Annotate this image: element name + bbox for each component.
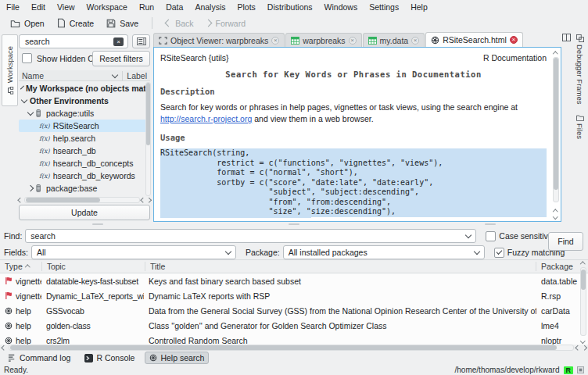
scroll-right-icon[interactable] [146,198,151,202]
close-tab-icon[interactable]: × [349,37,357,45]
menu-view[interactable]: View [57,2,75,12]
menu-distributions[interactable]: Distributions [267,2,313,12]
r-engine-badge[interactable]: R [564,366,574,374]
label-column-header[interactable]: Label [122,71,147,80]
tree-item-hsearch-db-keywords[interactable]: f(x) hsearch_db_keywords [19,170,150,182]
package-combobox-value: All installed packages [289,248,368,257]
files-tool-tab[interactable]: Files [573,114,586,139]
scroll-left-icon[interactable] [575,345,580,350]
scroll-down-icon[interactable] [553,214,558,219]
scroll-left-icon[interactable] [2,345,6,350]
tree-horizontal-scrollbar[interactable] [19,197,150,203]
column-config-button[interactable] [132,34,150,48]
scroll-down-icon[interactable] [580,338,585,343]
workspace-search-input[interactable] [23,36,105,47]
save-button[interactable]: Save [101,16,144,30]
result-row[interactable]: help golden-class Class ''golden'' and G… [0,318,588,333]
collapse-icon[interactable] [27,109,34,116]
split-view-button[interactable] [562,34,571,41]
close-tab-icon[interactable]: × [411,37,419,45]
tree-vertical-scrollbar-thumb[interactable] [146,83,150,145]
tree-item-package-utils[interactable]: package:utils [19,107,150,120]
result-row[interactable]: help GSSvocab Data from the General Soci… [0,303,588,318]
tree-item-hsearch-db[interactable]: f(x) hsearch_db [19,145,150,157]
tree-item-help-search[interactable]: f(x) help.search [19,132,150,145]
fuzzy-matching-checkbox[interactable] [494,248,504,258]
update-button[interactable]: Update [19,205,150,220]
type-column-header[interactable]: Type [0,262,41,271]
result-row[interactable]: vignette Dynamic_LaTeX_reports_with_RSP … [0,288,588,303]
create-button[interactable]: Create [52,16,100,30]
forward-button[interactable]: Forward [200,16,251,30]
scroll-left-icon[interactable] [18,198,23,202]
results-scrollbar-thumb[interactable] [581,270,586,290]
results-horizontal-scrollbar[interactable] [2,345,586,351]
tree-item-rsitesearch[interactable]: f(x) RSiteSearch [19,120,150,132]
scroll-up-icon[interactable] [580,262,585,266]
menu-run[interactable]: Run [139,2,154,12]
results-horizontal-scrollbar-thumb[interactable] [10,345,558,350]
name-column-header[interactable]: Name [22,71,44,80]
tab-my-data[interactable]: my.data × [363,33,425,47]
collapse-icon[interactable] [21,97,27,103]
r-console-tab[interactable]: R Console [81,352,138,363]
tree-item-hsearch-db-concepts[interactable]: f(x) hsearch_db_concepts [19,157,150,170]
menu-workspace[interactable]: Workspace [87,2,127,12]
scroll-left-icon[interactable] [141,198,145,202]
files-folder-icon [576,114,584,121]
search-r-project-link[interactable]: http://search.r-project.org [160,114,252,123]
find-combobox[interactable]: search [25,229,476,243]
workspace-tool-tab[interactable]: Workspace [2,34,18,106]
show-hidden-checkbox[interactable] [22,53,32,63]
debugger-frames-tool-tab[interactable]: Debugger Frames [573,34,586,105]
open-button[interactable]: Open [5,16,50,30]
tree-item-other-environments[interactable]: Other Environments [19,95,150,107]
back-button[interactable]: Back [160,16,199,30]
expand-icon[interactable] [27,185,34,191]
topic-column-header[interactable]: Topic [42,262,145,271]
result-row[interactable]: vignette datatable-keys-fast-subset Keys… [0,273,588,288]
scroll-up-icon[interactable] [553,52,558,56]
tab-warpbreaks[interactable]: warpbreaks × [285,33,361,47]
horizontal-splitter[interactable] [0,222,588,227]
folder-icon [10,19,20,28]
menu-windows[interactable]: Windows [324,2,358,12]
tree-vertical-scrollbar[interactable] [145,82,151,196]
usage-code-block[interactable]: RSiteSearch(string, restrict = c("functi… [160,148,547,218]
sort-dropdown-icon[interactable] [112,71,118,77]
doc-scrollbar-thumb[interactable] [554,58,558,190]
menu-plots[interactable]: Plots [237,2,255,12]
menu-analysis[interactable]: Analysis [195,2,225,12]
clear-search-icon[interactable]: × [113,38,124,46]
tab-object-viewer-warpbreaks[interactable]: Object Viewer: warpbreaks × [153,33,285,47]
tree-item-my-workspace[interactable]: My Workspace (no objects matching filter… [19,82,150,95]
menu-file[interactable]: File [6,2,20,12]
close-tab-icon[interactable]: × [271,37,279,45]
find-button[interactable]: Find [548,232,583,251]
close-tab-icon[interactable]: × [510,36,518,44]
tab-rsitesearch-html[interactable]: RSiteSearch.html × [425,32,523,47]
menu-settings[interactable]: Settings [369,2,399,12]
help-search-tab[interactable]: Help search [145,352,209,364]
collapse-icon[interactable] [20,86,24,90]
menu-edit[interactable]: Edit [31,2,45,12]
command-log-tab[interactable]: Command log [4,352,74,363]
tree-item-package-base[interactable]: package:base [19,182,150,195]
title-column-header[interactable]: Title [145,262,536,271]
results-header-row: Type Topic Title Package [0,260,588,273]
workspace-search-field[interactable]: × [19,34,128,48]
status-stop-icon[interactable] [577,366,584,373]
reset-filters-button[interactable]: Reset filters [92,51,150,66]
tree-horizontal-scrollbar-thumb[interactable] [26,198,100,202]
menu-help[interactable]: Help [411,2,428,12]
chevron-down-icon [465,232,471,238]
case-sensitive-checkbox[interactable] [486,231,496,241]
menu-bar: File Edit View Workspace Run Data Analys… [0,0,588,13]
help-document-pane: RSiteSearch {utils} R Documentation Sear… [153,47,561,222]
menu-data[interactable]: Data [166,2,183,12]
fields-combobox[interactable]: All [31,245,236,259]
package-combobox[interactable]: All installed packages [283,245,485,259]
doc-vertical-scrollbar[interactable] [551,49,559,220]
results-vertical-scrollbar[interactable] [579,261,586,342]
scroll-right-icon[interactable] [582,345,586,350]
